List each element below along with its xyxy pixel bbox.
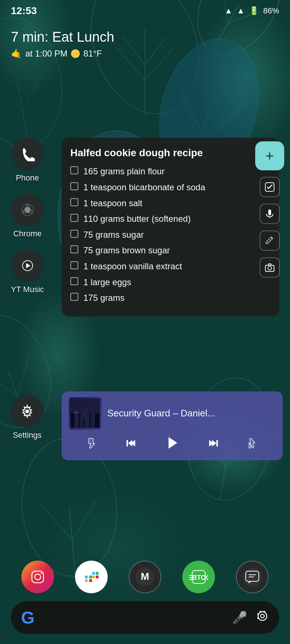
dock-label-chrome: Chrome	[13, 229, 42, 238]
svg-rect-55	[75, 412, 76, 413]
svg-rect-52	[80, 406, 83, 428]
checkbox-3[interactable]	[70, 214, 78, 222]
svg-point-70	[41, 573, 42, 574]
notes-text-0: 165 grams plain flour	[83, 165, 165, 178]
svg-rect-63	[127, 440, 128, 446]
dock-label-phone: Phone	[16, 173, 39, 183]
notes-item-4[interactable]: 75 grams sugar	[70, 229, 270, 241]
checkbox-6[interactable]	[70, 261, 78, 269]
reminder-widget[interactable]: 7 min: Eat Lunch 🤙 at 1:00 PM 81°F	[11, 29, 114, 59]
svg-text:M: M	[141, 571, 149, 582]
notes-text-4: 75 grams sugar	[83, 229, 144, 241]
music-info-row: Security Guard – Daniel...	[69, 397, 276, 430]
checkbox-2[interactable]	[70, 198, 78, 206]
dock-label-ytmusic: YT Music	[11, 285, 44, 294]
notes-text-3: 110 grams butter (softened)	[83, 213, 191, 225]
svg-line-23	[6, 356, 41, 395]
voice-search-icon[interactable]: 🎤	[232, 610, 247, 625]
dock-item-ytmusic[interactable]: YT Music	[11, 249, 44, 294]
checkbox-1[interactable]	[70, 182, 78, 190]
reminder-hand-icon: 🤙	[11, 49, 22, 59]
checkbox-8[interactable]	[70, 293, 78, 301]
notes-action-buttons: +	[249, 138, 290, 281]
settings-app-icon[interactable]	[11, 395, 44, 428]
webtoon-app[interactable]: WEBTOON	[182, 561, 215, 593]
settings-dock-label: Settings	[13, 431, 42, 440]
svg-line-11	[17, 82, 29, 146]
checkbox-4[interactable]	[70, 230, 78, 238]
gmail-app[interactable]: M	[129, 561, 161, 593]
status-icons: ▲ ▲ 🔋 86%	[224, 6, 279, 16]
svg-rect-54	[91, 408, 95, 428]
notes-item-2[interactable]: 1 teaspoon salt	[70, 197, 270, 209]
ytmusic-app-icon[interactable]	[11, 249, 44, 282]
slack-app[interactable]	[75, 561, 108, 593]
notes-widget[interactable]: Halfed cookie dough recipe 📌 165 grams p…	[62, 138, 279, 316]
phone-app-icon[interactable]	[11, 138, 44, 170]
checkbox-0[interactable]	[70, 166, 78, 174]
svg-rect-75	[89, 579, 92, 582]
checkbox-5[interactable]	[70, 245, 78, 253]
status-bar: 12:53 ▲ ▲ 🔋 86%	[0, 0, 290, 22]
svg-rect-93	[263, 611, 265, 612]
notes-item-8[interactable]: 175 grams	[70, 292, 270, 304]
next-button[interactable]	[207, 437, 219, 452]
left-dock: Phone Chrome YT Music	[11, 138, 44, 294]
notes-title: Halfed cookie dough recipe	[70, 146, 256, 159]
svg-rect-94	[257, 613, 258, 615]
checklist-button[interactable]	[260, 177, 280, 197]
checkbox-7[interactable]	[70, 277, 78, 285]
svg-rect-43	[268, 209, 271, 215]
svg-rect-76	[92, 572, 95, 575]
svg-line-37	[69, 498, 101, 540]
dock-item-chrome[interactable]: Chrome	[11, 194, 44, 238]
play-button[interactable]	[164, 435, 180, 454]
g-letter-b: G	[21, 608, 34, 628]
notes-item-6[interactable]: 1 teaspoon vanilla extract	[70, 260, 270, 273]
dock-item-phone[interactable]: Phone	[11, 138, 44, 183]
chrome-app-icon[interactable]	[11, 194, 44, 226]
notes-item-0[interactable]: 165 grams plain flour	[70, 165, 270, 178]
bottom-dock: M WEBTOON	[0, 561, 290, 593]
notes-item-5[interactable]: 75 grams brown sugar	[70, 244, 270, 257]
music-player[interactable]: Security Guard – Daniel...	[62, 391, 283, 460]
svg-marker-64	[169, 437, 177, 449]
battery-icon: 🔋	[249, 6, 259, 16]
svg-point-91	[261, 614, 264, 618]
add-note-button[interactable]: +	[255, 141, 284, 170]
svg-rect-56	[77, 412, 78, 413]
notes-item-3[interactable]: 110 grams butter (softened)	[70, 213, 270, 225]
notes-item-7[interactable]: 1 large eggs	[70, 276, 270, 288]
settings-dock-item[interactable]: Settings	[11, 395, 44, 440]
prev-button[interactable]	[125, 437, 137, 452]
music-controls	[69, 435, 276, 454]
svg-rect-53	[84, 412, 90, 428]
messages-app[interactable]	[236, 561, 269, 593]
svg-rect-95	[257, 617, 258, 619]
svg-point-90	[258, 612, 267, 620]
google-logo: G	[21, 608, 34, 628]
reminder-title: 7 min: Eat Lunch	[11, 29, 114, 46]
svg-text:WEBTOON: WEBTOON	[189, 574, 208, 581]
wallpaper	[0, 0, 290, 644]
reminder-subtitle: 🤙 at 1:00 PM 81°F	[11, 49, 114, 59]
voice-note-button[interactable]	[260, 204, 280, 224]
notes-header: Halfed cookie dough recipe 📌	[70, 146, 270, 159]
music-info: Security Guard – Daniel...	[107, 407, 276, 420]
edit-note-button[interactable]	[260, 230, 280, 251]
thumbs-down-button[interactable]	[86, 437, 98, 452]
search-bar[interactable]: G 🎤	[11, 601, 279, 634]
svg-marker-41	[26, 263, 30, 268]
notes-text-2: 1 teaspoon salt	[83, 197, 142, 209]
svg-line-12	[0, 79, 22, 115]
notes-item-1[interactable]: 1 teaspoon bicarbonate of soda	[70, 181, 270, 194]
svg-rect-72	[85, 576, 88, 578]
instagram-app[interactable]	[21, 561, 54, 593]
svg-point-47	[268, 266, 272, 270]
camera-note-button[interactable]	[260, 257, 280, 278]
lens-search-icon[interactable]	[256, 610, 269, 626]
svg-rect-67	[216, 440, 218, 446]
svg-line-3	[145, 36, 167, 65]
thumbs-up-button[interactable]	[246, 437, 258, 452]
reminder-temp: 81°F	[83, 49, 102, 59]
